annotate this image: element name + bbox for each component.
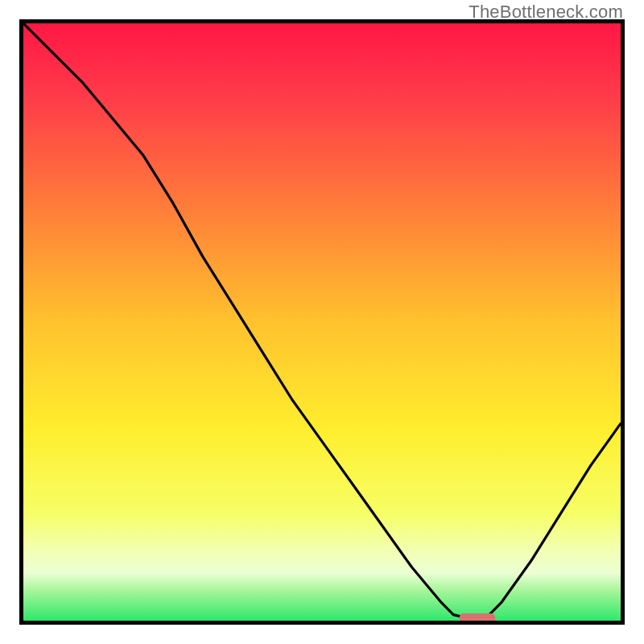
chart-frame bbox=[19, 19, 625, 625]
bottleneck-chart bbox=[23, 23, 621, 621]
gradient-background bbox=[23, 23, 621, 621]
optimal-range-marker bbox=[460, 613, 496, 621]
